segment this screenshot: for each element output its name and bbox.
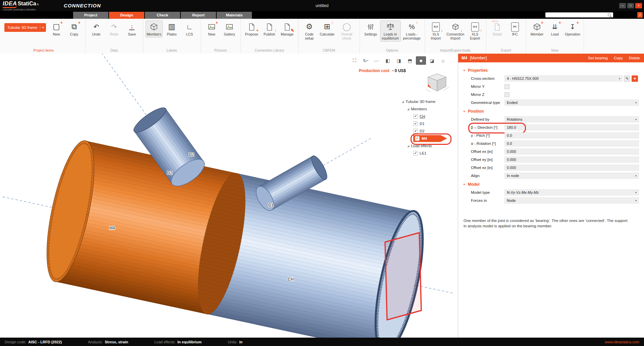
mirror-z-checkbox[interactable] [504,92,509,97]
home-view-button[interactable]: ⌂ [438,56,448,65]
zoom-fit-button[interactable]: ⛶ [350,56,360,65]
offset-ez-input[interactable]: 0.000 [504,165,639,171]
xls-import-button[interactable]: XLS↓ XLS Import [427,20,444,42]
code-setup-button[interactable]: ⚙ Code setup [301,20,318,42]
gallery-button[interactable]: Gallery [221,20,238,38]
project-tree: ◢ Tubular 3D frame ◢ Members ✓ CH ✓ D1 ✓… [402,98,459,157]
xls-export-button[interactable]: XLS↑ XLS Export [467,20,484,42]
tree-root[interactable]: ◢ Tubular 3D frame [402,98,459,105]
scales-icon [385,22,395,32]
pencil-icon: ✎ [626,76,629,81]
tab-project[interactable]: Project [73,12,108,19]
view-top-button[interactable]: ⬒ [405,56,415,65]
ribbon-group-pictures: + New Gallery Pictures [201,19,241,54]
navigation-cube[interactable] [423,72,451,96]
section-model[interactable]: ▼ Model [458,180,644,188]
tab-report[interactable]: Report [181,12,216,19]
expander-icon[interactable]: ◢ [407,108,409,111]
tree-item-d1[interactable]: ✓ D1 [402,120,459,127]
tree-group-members[interactable]: ◢ Members [402,105,459,113]
gamma-pitch-input[interactable]: 0.0 [504,132,639,138]
gear-icon: ⚙ [304,22,314,32]
checkbox-checked[interactable]: ✓ [415,136,420,141]
defined-by-dropdown[interactable]: Rotations ▾ [504,116,639,122]
checkbox-checked[interactable]: ✓ [413,121,418,126]
view-iso-button[interactable]: ◪ [427,56,437,65]
loads-in-equilibrium-toggle[interactable]: Loads in equilibrium [380,20,401,42]
new-member-button[interactable]: + Member [529,20,546,38]
expander-icon[interactable]: ◢ [407,145,409,148]
set-bearing-button[interactable]: Set bearing [588,56,608,60]
edit-cross-section-button[interactable]: ✎ [624,75,630,82]
selected-item-tag[interactable]: ✓ M4 [413,135,447,142]
alpha-rotation-input[interactable]: 0.0 [504,140,639,147]
3d-scene[interactable]: D2 D2 D1 M4 CH [0,54,458,338]
loads-percentage-button[interactable]: %↑ Loads - percentage [401,20,422,42]
offset-ex-input[interactable]: 0.000 [504,149,639,155]
model-type-dropdown[interactable]: N-Vy-Vz-Mx-My-Mz ▾ [504,189,639,195]
section-position[interactable]: ▼ Position [458,107,644,115]
website-link[interactable]: www.ideastatica.com [605,340,639,344]
view-top-icon: ⬒ [408,58,412,63]
cross-section-dropdown[interactable]: 4 - HSS12.75X.500 ▾ [504,75,623,81]
tree-item-le1[interactable]: ✓ LE1 [402,150,459,157]
tree-item-m4-selected[interactable]: ✓ M4 [402,135,459,142]
delete-member-button[interactable]: Delete [629,56,640,60]
search-input[interactable] [545,12,613,17]
minimize-button[interactable]: – [619,3,626,8]
lcs-labels-toggle[interactable]: ∟ LCS [181,20,198,38]
connection-import-button[interactable]: ↓ Connection Import [445,20,466,42]
copy-project-item-button[interactable]: ⧉+ Copy [66,20,83,38]
new-operation-button[interactable]: ↧+ Operation [564,20,581,38]
ribbon-group-options: Settings Loads in equilibrium %↑ Loads -… [360,19,425,54]
view-right-button[interactable]: ◨ [394,56,404,65]
new-project-item-button[interactable]: ▢+ New [48,20,65,38]
add-cross-section-button[interactable]: + [632,75,638,82]
manage-button[interactable]: ✎ Manage [279,20,296,38]
checkbox-checked[interactable]: ✓ [413,151,418,156]
project-type-dropdown[interactable]: Tubular 3D frame ▾ [4,23,46,32]
view-solid-button[interactable]: ■ [416,56,426,65]
tab-check[interactable]: Check [145,12,180,19]
offset-ey-input[interactable]: 0.000 [504,157,639,163]
checkbox-checked[interactable]: ✓ [413,114,418,119]
new-load-button[interactable]: ⇊+ Load [546,20,564,38]
members-labels-toggle[interactable]: Members [146,20,163,38]
section-properties[interactable]: ▼ Properties [458,66,644,74]
arrow-down-icon: ↓ [441,28,443,33]
maximize-button[interactable]: □ [627,3,634,8]
undo-button[interactable]: ↶ Undo [88,20,105,38]
mirror-y-checkbox[interactable] [504,84,509,89]
home-icon: ⌂ [442,58,444,63]
export-ifc-button[interactable]: IFC IFC [506,20,524,38]
close-button[interactable]: × [635,3,642,8]
rotate-view-button[interactable]: ↻▾ [361,56,371,65]
plates-labels-toggle[interactable]: ▥ Plates [163,20,180,38]
forces-in-dropdown[interactable]: Node ▾ [504,197,639,204]
tab-design[interactable]: Design [109,12,144,19]
new-picture-button[interactable]: + New [203,20,220,38]
tab-materials[interactable]: Materials [217,12,252,19]
3d-viewport[interactable]: D2 D2 D1 M4 CH ⛶ ↻▾ ▭▾ ◧ ◨ ⬒ ■ ◪ ⌂ Produ… [0,54,458,338]
calculate-button[interactable]: ⊞↑ Calculate [319,20,336,38]
ribbon-group-export: BETA Detail IFC IFC Export [486,19,526,54]
settings-button[interactable]: Settings [362,20,379,38]
save-button[interactable]: ↓ Save [123,20,141,38]
publish-button[interactable]: ↑ Publish [261,20,278,38]
tree-item-ch[interactable]: ✓ CH [402,113,459,120]
tree-item-d2[interactable]: ✓ D2 [402,127,459,135]
operation-icon: ↧+ [568,22,578,32]
view-left-button[interactable]: ◧ [383,56,393,65]
expander-icon[interactable]: ◢ [402,100,404,103]
geometrical-type-dropdown[interactable]: Ended ▾ [504,100,639,106]
propose-button[interactable]: + Propose [243,20,260,38]
align-dropdown[interactable]: In node ▾ [504,173,639,179]
row-beta-direction: β – Direction [°] 180.0 [458,123,644,131]
checkbox-checked[interactable]: ✓ [413,129,418,133]
tree-group-load-effects[interactable]: ◢ Load effects [402,142,459,150]
beta-direction-input[interactable]: 180.0 [504,124,639,130]
row-mirror-y: Mirror Y [458,82,644,91]
copy-member-button[interactable]: Copy [614,56,623,60]
group-label-export: Export [489,48,524,54]
info-button[interactable]: i [637,12,643,18]
